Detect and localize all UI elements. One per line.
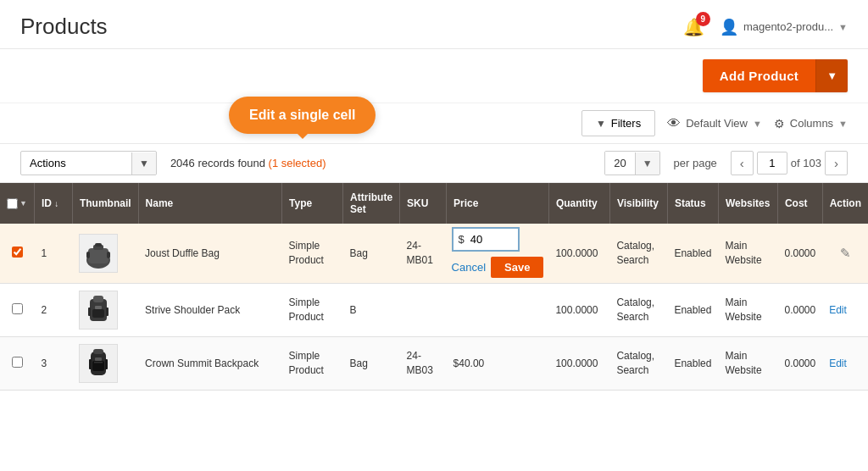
filter-icon: ▼ — [596, 118, 606, 130]
thumbnail-image — [79, 291, 118, 330]
row3-edit-link[interactable]: Edit — [829, 357, 847, 369]
records-selected: (1 selected) — [269, 157, 326, 169]
row1-sku: 24-MB01 — [400, 224, 447, 284]
tooltip-text: Edit a single cell — [249, 108, 355, 122]
grid-controls: Edit a single cell ▼ Filters 👁 Default V… — [0, 103, 868, 144]
row1-visibility: Catalog,Search — [609, 224, 667, 284]
th-checkbox: ▼ — [0, 183, 34, 224]
tooltip-bubble: Edit a single cell — [229, 97, 376, 134]
pagination: ‹ of 103 › — [731, 151, 848, 175]
row1-thumbnail — [72, 224, 138, 284]
row3-price: $40.00 — [447, 337, 549, 391]
row3-thumbnail — [72, 337, 138, 391]
inline-cancel-button[interactable]: Cancel — [452, 261, 486, 274]
svg-rect-17 — [105, 359, 108, 369]
svg-rect-3 — [107, 252, 110, 258]
row3-name: Crown Summit Backpack — [138, 337, 281, 391]
th-quantity: Quantity — [548, 183, 609, 224]
header-right: 🔔 9 👤 magento2-produ... ▼ — [683, 17, 848, 37]
th-thumbnail: Thumbnail — [72, 183, 138, 224]
view-label: Default View — [686, 117, 748, 130]
per-page-dropdown[interactable]: ▼ — [635, 152, 659, 175]
row3-quantity: 100.0000 — [548, 337, 609, 391]
th-id-label: ID — [42, 197, 52, 209]
svg-rect-8 — [92, 309, 104, 318]
svg-rect-2 — [86, 252, 90, 258]
per-page-label: per page — [674, 157, 717, 169]
row2-edit-link[interactable]: Edit — [829, 304, 847, 316]
user-menu[interactable]: 👤 magento2-produ... ▼ — [720, 18, 848, 36]
th-price: Price — [447, 183, 549, 224]
actions-bar: Actions ▼ 2046 records found (1 selected… — [0, 144, 868, 183]
inline-save-button[interactable]: Save — [491, 257, 543, 278]
th-visibility: Visibility — [609, 183, 667, 224]
price-inline-input[interactable] — [467, 229, 509, 250]
row2-checkbox-cell — [0, 284, 34, 337]
add-product-button[interactable]: Add Product — [703, 59, 815, 92]
per-page-value: 20 — [605, 152, 634, 175]
user-icon: 👤 — [720, 18, 738, 36]
thumbnail-image — [79, 344, 118, 383]
row1-name: Joust Duffle Bag — [138, 224, 281, 284]
th-type: Type — [282, 183, 343, 224]
row2-attribute-set: B — [343, 284, 400, 337]
row2-checkbox[interactable] — [12, 303, 23, 314]
view-arrow: ▼ — [753, 119, 762, 129]
svg-rect-11 — [106, 308, 108, 316]
notification-bell[interactable]: 🔔 9 — [683, 17, 704, 37]
add-btn-group: Add Product ▼ — [703, 59, 848, 92]
row2-websites: MainWebsite — [718, 284, 777, 337]
user-dropdown-arrow: ▼ — [838, 22, 848, 32]
product-table-wrap: ▼ ID ↓ Thumbnail Name Type Attribute Set… — [0, 183, 868, 391]
svg-rect-9 — [95, 306, 102, 309]
inline-price-input-wrap: $ — [452, 227, 520, 252]
row1-id: 1 — [34, 224, 72, 284]
row1-websites: MainWebsite — [718, 224, 777, 284]
svg-rect-13 — [93, 349, 103, 354]
row3-checkbox[interactable] — [12, 357, 23, 368]
add-product-dropdown-button[interactable]: ▼ — [815, 59, 848, 92]
row3-type: SimpleProduct — [282, 337, 343, 391]
actions-select[interactable]: Actions — [21, 152, 131, 175]
next-page-button[interactable]: › — [825, 151, 848, 175]
view-button[interactable]: 👁 Default View ▼ — [667, 116, 762, 131]
th-websites: Websites — [718, 183, 777, 224]
pack-svg — [82, 294, 114, 326]
row3-checkbox-cell — [0, 337, 34, 391]
svg-rect-7 — [93, 296, 103, 302]
row1-checkbox[interactable] — [12, 247, 23, 258]
page-input[interactable] — [757, 152, 787, 175]
page-header: Products 🔔 9 👤 magento2-produ... ▼ — [0, 0, 868, 49]
columns-button[interactable]: ⚙ Columns ▼ — [774, 117, 848, 130]
row2-sku — [400, 284, 447, 337]
row2-action: Edit — [822, 284, 868, 337]
select-all-checkbox[interactable] — [7, 198, 18, 209]
svg-rect-10 — [88, 308, 91, 316]
edit-pencil-icon[interactable]: ✎ — [840, 246, 851, 260]
th-sku: SKU — [400, 183, 447, 224]
columns-arrow: ▼ — [838, 119, 848, 129]
currency-symbol: $ — [453, 229, 467, 250]
add-product-toolbar: Add Product ▼ — [0, 49, 868, 103]
eye-icon: 👁 — [667, 116, 681, 131]
filters-button[interactable]: ▼ Filters — [581, 110, 655, 136]
row1-quantity: 100.0000 — [548, 224, 609, 284]
add-product-dropdown-arrow: ▼ — [826, 69, 837, 82]
table-row: 3 Crown Summit Backpa — [0, 337, 868, 391]
th-id-sort[interactable]: ↓ — [54, 199, 58, 208]
svg-rect-15 — [95, 357, 102, 361]
thumbnail-image — [79, 234, 118, 273]
row2-status: Enabled — [667, 284, 718, 337]
actions-select-wrap: Actions ▼ — [20, 151, 157, 175]
row1-type: SimpleProduct — [282, 224, 343, 284]
row1-action: ✎ — [822, 224, 868, 284]
bag-svg — [81, 236, 115, 270]
th-action: Action — [822, 183, 868, 224]
row2-cost: 0.0000 — [777, 284, 822, 337]
tooltip-tail — [297, 133, 309, 145]
row1-price-cell: $ Cancel Save — [447, 224, 549, 284]
product-table: ▼ ID ↓ Thumbnail Name Type Attribute Set… — [0, 183, 868, 391]
prev-page-button[interactable]: ‹ — [731, 151, 754, 175]
th-id: ID ↓ — [34, 183, 72, 224]
th-checkbox-arrow[interactable]: ▼ — [19, 199, 27, 208]
